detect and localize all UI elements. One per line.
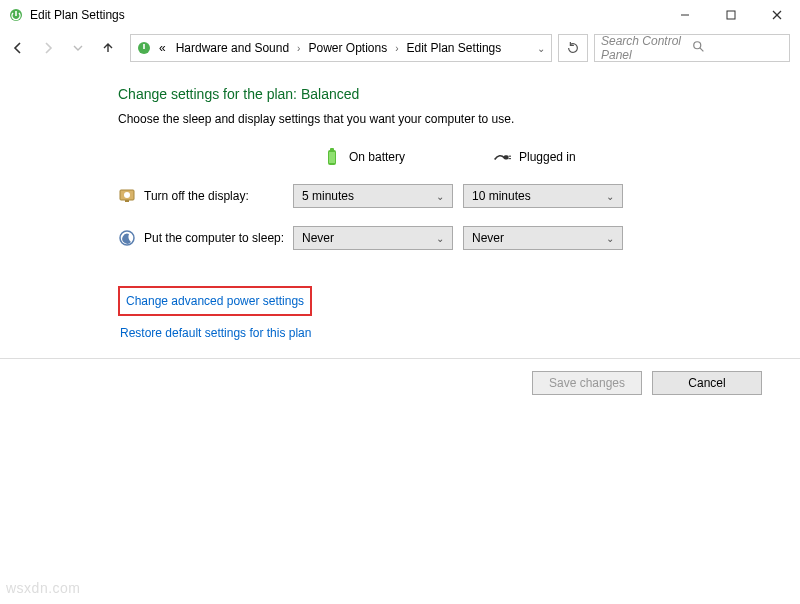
svg-point-15 (124, 192, 130, 198)
row-label: Put the computer to sleep: (144, 231, 284, 245)
advanced-power-settings-link[interactable]: Change advanced power settings (126, 294, 304, 308)
svg-rect-10 (329, 152, 335, 163)
titlebar: Edit Plan Settings (0, 0, 800, 30)
chevron-right-icon[interactable]: › (295, 43, 302, 54)
window-title: Edit Plan Settings (30, 8, 125, 22)
chevron-down-icon: ⌄ (606, 233, 614, 244)
chevron-down-icon: ⌄ (606, 191, 614, 202)
svg-rect-16 (125, 200, 129, 202)
search-input[interactable]: Search Control Panel (594, 34, 790, 62)
watermark: wsxdn.com (6, 580, 81, 596)
row-turn-off-display: Turn off the display: (118, 187, 293, 205)
chevron-right-icon[interactable]: › (393, 43, 400, 54)
display-battery-select[interactable]: 5 minutes⌄ (293, 184, 453, 208)
power-options-icon (8, 7, 24, 23)
page-description: Choose the sleep and display settings th… (118, 112, 780, 126)
save-changes-button[interactable]: Save changes (532, 371, 642, 395)
svg-rect-2 (727, 11, 735, 19)
sleep-plugged-select[interactable]: Never⌄ (463, 226, 623, 250)
minimize-button[interactable] (662, 0, 708, 30)
footer-buttons: Save changes Cancel (0, 359, 800, 395)
restore-defaults-link[interactable]: Restore default settings for this plan (120, 326, 311, 340)
svg-rect-9 (330, 148, 334, 151)
breadcrumb-item[interactable]: Edit Plan Settings (403, 39, 506, 57)
search-placeholder: Search Control Panel (601, 34, 692, 62)
sleep-battery-select[interactable]: Never⌄ (293, 226, 453, 250)
settings-grid: On battery Plugged in Turn off the displ… (118, 148, 780, 250)
display-plugged-select[interactable]: 10 minutes⌄ (463, 184, 623, 208)
search-icon (692, 40, 783, 57)
chevron-down-icon: ⌄ (436, 233, 444, 244)
power-options-icon (135, 39, 153, 57)
svg-point-6 (694, 41, 701, 48)
display-icon (118, 187, 136, 205)
plug-icon (493, 148, 511, 166)
column-on-battery: On battery (293, 148, 405, 166)
column-plugged-in: Plugged in (463, 148, 576, 166)
row-label: Turn off the display: (144, 189, 249, 203)
battery-icon (323, 148, 341, 166)
sleep-icon (118, 229, 136, 247)
svg-line-7 (700, 47, 704, 51)
close-button[interactable] (754, 0, 800, 30)
maximize-button[interactable] (708, 0, 754, 30)
chevron-down-icon: ⌄ (436, 191, 444, 202)
breadcrumb-item[interactable]: Power Options (304, 39, 391, 57)
links-section: Change advanced power settings Restore d… (118, 286, 780, 340)
recent-locations-dropdown[interactable] (64, 34, 92, 62)
breadcrumb-prefix[interactable]: « (155, 39, 170, 57)
svg-rect-11 (504, 155, 509, 159)
breadcrumb-item[interactable]: Hardware and Sound (172, 39, 293, 57)
row-put-to-sleep: Put the computer to sleep: (118, 229, 293, 247)
refresh-button[interactable] (558, 34, 588, 62)
cancel-button[interactable]: Cancel (652, 371, 762, 395)
back-button[interactable] (4, 34, 32, 62)
up-button[interactable] (94, 34, 122, 62)
address-bar[interactable]: « Hardware and Sound › Power Options › E… (130, 34, 552, 62)
chevron-down-icon[interactable]: ⌄ (535, 43, 547, 54)
navigation-bar: « Hardware and Sound › Power Options › E… (0, 30, 800, 66)
highlighted-link-box: Change advanced power settings (118, 286, 312, 316)
column-label: Plugged in (519, 150, 576, 164)
forward-button[interactable] (34, 34, 62, 62)
main-content: Change settings for the plan: Balanced C… (0, 66, 800, 340)
column-label: On battery (349, 150, 405, 164)
page-heading: Change settings for the plan: Balanced (118, 86, 780, 102)
